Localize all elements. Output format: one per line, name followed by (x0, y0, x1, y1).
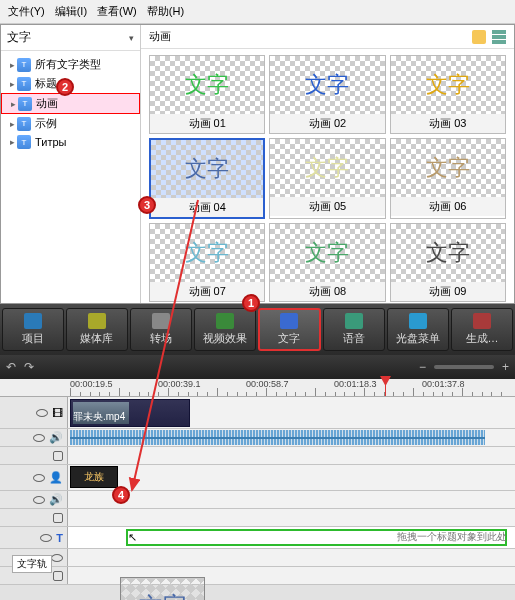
audio-track: 🔊 (0, 429, 515, 447)
audio-waveform[interactable] (70, 430, 485, 445)
toolbar-转场[interactable]: 转场 (130, 308, 192, 351)
thumbnail-3[interactable]: 文字动画 03 (390, 55, 506, 134)
thumbnail-8[interactable]: 文字动画 08 (269, 223, 385, 302)
menu-edit[interactable]: 编辑(I) (51, 2, 91, 21)
toolbar-label: 视频效果 (203, 331, 247, 346)
menu-help[interactable]: 帮助(H) (143, 2, 188, 21)
thumbnail-1[interactable]: 文字动画 01 (149, 55, 265, 134)
text-type-icon: T (18, 97, 32, 111)
undo-icon[interactable]: ↶ (6, 360, 16, 374)
timeline: ↶ ↷ − + 00:00:19.500:00:39.100:00:58.700… (0, 355, 515, 600)
toolbar-媒体库[interactable]: 媒体库 (66, 308, 128, 351)
toolbar-语音[interactable]: 语音 (323, 308, 385, 351)
eye-icon[interactable] (33, 434, 45, 442)
main-toolbar: 项目媒体库转场视频效果文字语音光盘菜单生成… (0, 304, 515, 355)
thumbnail-preview: 文字 (391, 56, 505, 114)
tree-item-3[interactable]: ▸T示例 (1, 114, 140, 133)
expander-icon[interactable]: ▸ (7, 60, 17, 70)
toolbar-label: 语音 (343, 331, 365, 346)
expander-icon[interactable]: ▸ (7, 79, 17, 89)
toolbar-icon (473, 313, 491, 329)
tree-item-4[interactable]: ▸TТитры (1, 133, 140, 151)
chevron-down-icon[interactable]: ▾ (129, 33, 134, 43)
annotation-marker-3: 3 (138, 196, 156, 214)
time-ruler[interactable]: 00:00:19.500:00:39.100:00:58.700:01:18.3… (0, 379, 515, 397)
playhead[interactable] (385, 379, 386, 396)
toolbar-icon (280, 313, 298, 329)
thumbnail-preview: 文字 (150, 224, 264, 282)
expander-icon[interactable]: ▸ (8, 99, 18, 109)
thumbnail-label: 动画 04 (151, 198, 263, 217)
toolbar-icon (24, 313, 42, 329)
expander-icon[interactable]: ▸ (7, 137, 17, 147)
spacer-track (0, 447, 515, 465)
lock-icon[interactable] (53, 571, 63, 581)
overlay-clip[interactable]: 龙族 (70, 466, 118, 488)
expander-icon[interactable]: ▸ (7, 119, 17, 129)
lock-icon[interactable] (53, 451, 63, 461)
thumbnail-label: 动画 03 (391, 114, 505, 133)
eye-icon[interactable] (40, 534, 52, 542)
thumbnail-label: 动画 01 (150, 114, 264, 133)
thumbnail-2[interactable]: 文字动画 02 (269, 55, 385, 134)
text-type-icon: T (17, 58, 31, 72)
eye-icon[interactable] (33, 496, 45, 504)
toolbar-icon (152, 313, 170, 329)
film-icon[interactable]: 🎞 (52, 407, 63, 419)
ruler-mark: 00:01:37.8 (422, 379, 465, 389)
overlay-audio-track: 🔊 (0, 491, 515, 509)
toolbar-光盘菜单[interactable]: 光盘菜单 (387, 308, 449, 351)
sidebar-title: 文字 (7, 29, 31, 46)
zoom-out-icon[interactable]: − (419, 360, 426, 374)
sidebar-header: 文字 ▾ (1, 25, 140, 51)
toolbar-icon (345, 313, 363, 329)
person-icon[interactable]: 👤 (49, 471, 63, 484)
lock-icon[interactable] (53, 513, 63, 523)
zoom-in-icon[interactable]: + (502, 360, 509, 374)
toolbar-生成…[interactable]: 生成… (451, 308, 513, 351)
thumbnail-label: 动画 05 (270, 197, 384, 216)
toolbar-label: 文字 (278, 331, 300, 346)
menu-file[interactable]: 文件(Y) (4, 2, 49, 21)
toolbar-文字[interactable]: 文字 (258, 308, 322, 351)
thumbnail-panel: 动画 文字动画 01文字动画 02文字动画 03文字动画 04文字动画 05文字… (141, 25, 514, 303)
thumbnail-preview: 文字 (270, 224, 384, 282)
toolbar-icon (409, 313, 427, 329)
tree-item-label: 所有文字类型 (35, 57, 101, 72)
toolbar-视频效果[interactable]: 视频效果 (194, 308, 256, 351)
thumbnail-label: 动画 08 (270, 282, 384, 301)
thumbnail-5[interactable]: 文字动画 05 (269, 138, 385, 219)
view-grid-icon[interactable] (492, 30, 506, 44)
thumbnail-6[interactable]: 文字动画 06 (390, 138, 506, 219)
thumbnail-7[interactable]: 文字动画 07 (149, 223, 265, 302)
text-icon[interactable]: T (56, 532, 63, 544)
redo-icon[interactable]: ↷ (24, 360, 34, 374)
eye-icon[interactable] (36, 409, 48, 417)
ruler-mark: 00:00:39.1 (158, 379, 201, 389)
speaker-icon[interactable]: 🔊 (49, 431, 63, 444)
folder-icon[interactable] (472, 30, 486, 44)
thumbnail-4[interactable]: 文字动画 04 (149, 138, 265, 219)
thumbnail-preview: 文字 (391, 139, 505, 197)
spacer-track-2 (0, 509, 515, 527)
text-track-tooltip: 文字轨 (12, 555, 52, 573)
eye-icon[interactable] (33, 474, 45, 482)
eye-icon[interactable] (51, 554, 63, 562)
tree-item-2[interactable]: ▸T动画 (1, 93, 140, 114)
category-tree: ▸T所有文字类型▸T标题▸T动画▸T示例▸TТитры (1, 51, 140, 155)
video-clip[interactable]: 罪未央.mp4 (70, 399, 190, 427)
menu-view[interactable]: 查看(W) (93, 2, 141, 21)
speaker-icon[interactable]: 🔊 (49, 493, 63, 506)
thumbnail-preview: 文字 (270, 56, 384, 114)
tree-item-0[interactable]: ▸T所有文字类型 (1, 55, 140, 74)
thumbnail-label: 动画 02 (270, 114, 384, 133)
annotation-marker-1: 1 (242, 294, 260, 312)
toolbar-label: 媒体库 (80, 331, 113, 346)
text-track: T 拖拽一个标题对象到此处 ↖ (0, 527, 515, 549)
drag-preview: 文字 (120, 577, 205, 600)
thumbnail-9[interactable]: 文字动画 09 (390, 223, 506, 302)
toolbar-项目[interactable]: 项目 (2, 308, 64, 351)
thumbnail-preview: 文字 (391, 224, 505, 282)
tree-item-label: 标题 (35, 76, 57, 91)
zoom-slider[interactable] (434, 365, 494, 369)
